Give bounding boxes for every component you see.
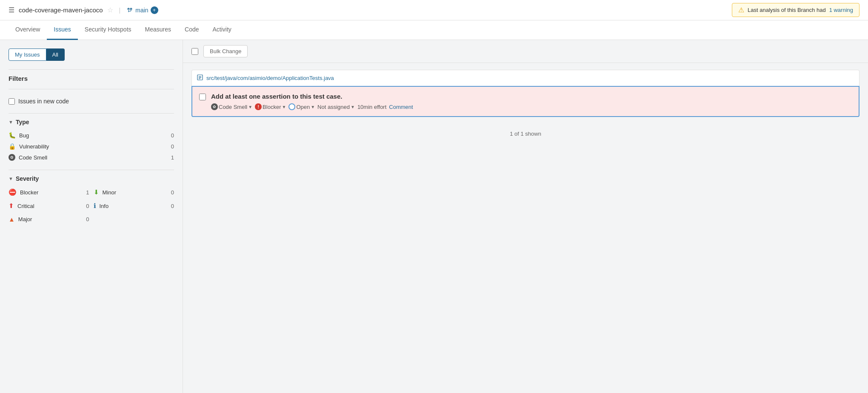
severity-blocker-item[interactable]: ⛔ Blocker 1 (9, 186, 89, 198)
project-name: code-coverage-maven-jacoco (19, 6, 103, 14)
project-icon: ☰ (9, 6, 14, 14)
severity-critical-item[interactable]: ⬆ Critical 0 (9, 200, 89, 212)
issue-card-top: Add at least one assertion to this test … (199, 93, 852, 110)
severity-section: ▼ Severity ⛔ Blocker 1 ⬇ Minor (9, 175, 174, 225)
tab-activity[interactable]: Activity (206, 20, 238, 40)
type-section-header[interactable]: ▼ Type (9, 119, 174, 125)
severity-info-item[interactable]: ℹ Info 0 (94, 200, 174, 212)
tab-measures[interactable]: Measures (138, 20, 178, 40)
type-bug-item[interactable]: 🐛 Bug 0 (9, 130, 174, 141)
issue-status-icon (288, 103, 295, 110)
type-section: ▼ Type 🐛 Bug 0 🔒 Vulnerability 0 (9, 119, 174, 163)
type-vulnerability-item[interactable]: 🔒 Vulnerability 0 (9, 141, 174, 152)
severity-major-label: Major (18, 216, 32, 222)
severity-critical-left: ⬆ Critical (9, 202, 34, 210)
bug-icon: 🐛 (9, 132, 16, 139)
issue-severity-label: Blocker (263, 104, 281, 110)
issue-assignee-dropdown[interactable]: Not assigned ▼ (317, 104, 355, 110)
all-button[interactable]: All (46, 48, 65, 61)
type-dropdown-chevron: ▼ (248, 105, 252, 109)
major-sev-icon: ▲ (9, 216, 15, 223)
file-header: src/test/java/com/asimio/demo/Applicatio… (191, 70, 859, 86)
severity-blocker-count: 1 (86, 189, 89, 196)
severity-section-header[interactable]: ▼ Severity (9, 175, 174, 182)
branch-plus-button[interactable]: + (151, 6, 158, 14)
issue-assignee-label: Not assigned (317, 104, 350, 110)
severity-critical-label: Critical (17, 203, 34, 209)
type-title: Type (16, 119, 29, 125)
toggle-row: My Issues All (9, 48, 174, 61)
issue-content: Add at least one assertion to this test … (211, 93, 852, 110)
type-vulnerability-count: 0 (171, 143, 174, 150)
new-code-checkbox[interactable] (9, 98, 15, 105)
severity-dropdown-chevron: ▼ (282, 105, 286, 109)
warning-link[interactable]: 1 warning (829, 7, 853, 13)
warning-banner: ⚠ Last analysis of this Branch had 1 war… (732, 3, 859, 17)
branch-name: main (135, 7, 148, 14)
severity-major-left: ▲ Major (9, 216, 32, 223)
new-code-row[interactable]: Issues in new code (9, 94, 174, 108)
info-sev-icon: ℹ (94, 202, 96, 210)
issue-severity-icon: ! (255, 103, 262, 110)
severity-chevron: ▼ (9, 176, 13, 181)
issue-meta: ✿ Code Smell ▼ ! Blocker ▼ (211, 103, 852, 110)
file-path: src/test/java/com/asimio/demo/Applicatio… (206, 75, 334, 81)
nav-tabs: Overview Issues Security Hotspots Measur… (0, 20, 868, 40)
issue-status-label: Open (296, 104, 310, 110)
issue-status-dropdown[interactable]: Open ▼ (288, 103, 315, 110)
bulk-bar: Bulk Change (183, 40, 868, 63)
layout: My Issues All Filters Issues in new code… (0, 40, 868, 393)
bulk-change-button[interactable]: Bulk Change (203, 45, 248, 57)
vulnerability-icon: 🔒 (9, 143, 16, 150)
type-bug-left: 🐛 Bug (9, 132, 29, 139)
severity-info-label: Info (100, 203, 109, 209)
warning-text: Last analysis of this Branch had (748, 7, 826, 13)
warning-icon: ⚠ (738, 6, 744, 14)
main-content: Bulk Change src/test/java/com/asimio/dem… (183, 40, 868, 393)
issue-severity-dropdown[interactable]: ! Blocker ▼ (255, 103, 286, 110)
filters-title: Filters (9, 75, 174, 82)
issue-type-label: Code Smell (219, 104, 247, 110)
severity-blocker-left: ⛔ Blocker (9, 188, 38, 196)
branch-icon (126, 7, 133, 14)
divider-top (9, 69, 174, 70)
issue-card: Add at least one assertion to this test … (191, 86, 859, 117)
severity-minor-left: ⬇ Minor (94, 188, 117, 196)
severity-blocker-label: Blocker (20, 189, 38, 196)
severity-grid: ⛔ Blocker 1 ⬇ Minor 0 ⬆ (9, 186, 174, 225)
minor-sev-icon: ⬇ (94, 188, 99, 196)
issue-effort: 10min effort (357, 104, 386, 110)
blocker-sev-icon: ⛔ (9, 188, 17, 196)
top-bar: ☰ code-coverage-maven-jacoco ☆ | main + … (0, 0, 868, 20)
severity-minor-count: 0 (171, 189, 174, 196)
severity-major-item[interactable]: ▲ Major 0 (9, 214, 89, 225)
type-vuln-left: 🔒 Vulnerability (9, 143, 49, 150)
issue-type-dropdown[interactable]: ✿ Code Smell ▼ (211, 103, 252, 110)
issue-comment-link[interactable]: Comment (389, 104, 413, 110)
type-vulnerability-label: Vulnerability (19, 143, 49, 150)
tab-security-hotspots[interactable]: Security Hotspots (78, 20, 138, 40)
type-codesmell-item[interactable]: ✿ Code Smell 1 (9, 152, 174, 163)
tab-issues[interactable]: Issues (47, 20, 77, 40)
severity-title: Severity (16, 175, 39, 182)
divider: | (119, 7, 121, 14)
issue-checkbox[interactable] (199, 94, 206, 100)
codesmell-icon: ✿ (9, 154, 15, 161)
bulk-select-all-checkbox[interactable] (191, 48, 198, 55)
type-chevron: ▼ (9, 120, 13, 125)
assignee-dropdown-chevron: ▼ (351, 105, 355, 109)
top-bar-left: ☰ code-coverage-maven-jacoco ☆ | main + (9, 6, 158, 14)
severity-minor-item[interactable]: ⬇ Minor 0 (94, 186, 174, 198)
my-issues-button[interactable]: My Issues (9, 48, 46, 61)
type-smell-left: ✿ Code Smell (9, 154, 47, 161)
divider-2 (9, 113, 174, 114)
sidebar: My Issues All Filters Issues in new code… (0, 40, 183, 393)
tab-overview[interactable]: Overview (9, 20, 47, 40)
severity-major-count: 0 (86, 216, 89, 222)
type-bug-label: Bug (19, 132, 29, 139)
star-icon[interactable]: ☆ (107, 6, 113, 14)
tab-code[interactable]: Code (178, 20, 206, 40)
type-codesmell-label: Code Smell (19, 154, 47, 161)
type-codesmell-count: 1 (171, 154, 174, 161)
issue-type-icon: ✿ (211, 103, 218, 110)
